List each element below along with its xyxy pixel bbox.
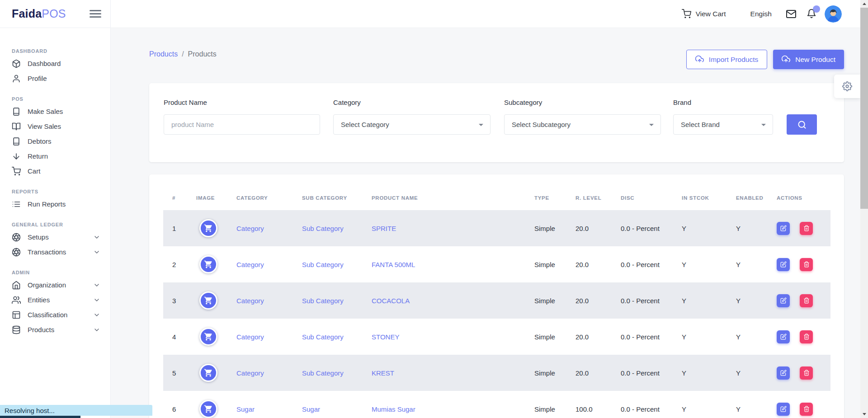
list-icon bbox=[12, 200, 21, 209]
sidebar-section: ADMIN Organization Entit bbox=[0, 267, 110, 337]
category-link[interactable]: Category bbox=[228, 369, 294, 377]
enabled-cell: Y bbox=[728, 369, 769, 377]
trash-icon bbox=[803, 261, 810, 268]
sidebar-item[interactable]: Setups bbox=[0, 230, 110, 244]
edit-button[interactable] bbox=[777, 366, 790, 380]
subcategory-link[interactable]: Sub Category bbox=[294, 369, 362, 377]
users-icon bbox=[12, 296, 21, 305]
subcategory-select[interactable]: Select Subcategory bbox=[504, 114, 661, 135]
edit-button[interactable] bbox=[777, 294, 790, 307]
sidebar-item-label: Make Sales bbox=[28, 108, 63, 115]
delete-button[interactable] bbox=[800, 403, 813, 416]
chevron-down-icon bbox=[93, 249, 100, 256]
sidebar-item[interactable]: Dashboard bbox=[0, 56, 110, 71]
category-link[interactable]: Category bbox=[228, 225, 294, 232]
subcategory-link[interactable]: Sugar bbox=[294, 405, 362, 413]
chevron-down-icon bbox=[93, 311, 100, 319]
row-number: 3 bbox=[163, 297, 188, 305]
language-selector[interactable]: Engish bbox=[750, 10, 772, 18]
settings-flyout-button[interactable] bbox=[834, 75, 860, 98]
row-number: 4 bbox=[163, 333, 188, 341]
products-table-card: # IMAGE CATEGORY SUB CATEGORY PRODUCT NA… bbox=[149, 174, 844, 418]
sidebar-item[interactable]: Cart bbox=[0, 164, 110, 178]
app-logo[interactable]: FaidaPOS bbox=[12, 7, 66, 20]
page-scrollbar[interactable] bbox=[860, 0, 868, 418]
search-icon bbox=[797, 120, 807, 129]
subcategory-link[interactable]: Sub Category bbox=[294, 261, 362, 268]
category-link[interactable]: Category bbox=[228, 261, 294, 268]
subcategory-link[interactable]: Sub Category bbox=[294, 297, 362, 305]
subcategory-link[interactable]: Sub Category bbox=[294, 333, 362, 341]
instock-cell: Y bbox=[674, 297, 728, 305]
new-product-button[interactable]: New Product bbox=[773, 50, 844, 69]
sidebar-item[interactable]: Make Sales bbox=[0, 104, 110, 119]
filter-panel: Product Name Category Select Category Su… bbox=[149, 83, 844, 162]
product-name-link[interactable]: Mumias Sugar bbox=[362, 405, 524, 413]
cart-badge-icon bbox=[204, 332, 213, 341]
view-cart-button[interactable]: View Cart bbox=[682, 9, 726, 19]
sidebar-item[interactable]: View Sales bbox=[0, 119, 110, 134]
user-avatar-icon[interactable] bbox=[825, 5, 842, 23]
mail-icon[interactable] bbox=[786, 9, 797, 19]
edit-button[interactable] bbox=[777, 330, 790, 343]
type-cell: Simple bbox=[524, 333, 567, 341]
notifications-button[interactable] bbox=[807, 9, 817, 19]
edit-button[interactable] bbox=[777, 222, 790, 235]
product-name-input[interactable] bbox=[164, 114, 320, 135]
edit-button[interactable] bbox=[777, 258, 790, 271]
sidebar-item[interactable]: Organization bbox=[0, 277, 110, 292]
category-link[interactable]: Category bbox=[228, 297, 294, 305]
tablet-icon bbox=[12, 107, 21, 116]
product-name-link[interactable]: KREST bbox=[362, 369, 524, 377]
delete-button[interactable] bbox=[800, 330, 813, 343]
subcategory-link[interactable]: Sub Category bbox=[294, 225, 362, 232]
cart-badge-icon bbox=[204, 296, 213, 305]
category-select[interactable]: Select Category bbox=[333, 114, 491, 135]
header-category: CATEGORY bbox=[228, 195, 294, 201]
product-name-link[interactable]: COCACOLA bbox=[362, 297, 524, 305]
category-link[interactable]: Category bbox=[228, 333, 294, 341]
edit-icon bbox=[780, 297, 787, 304]
product-image bbox=[199, 364, 217, 382]
sidebar-item[interactable]: Transactions bbox=[0, 244, 110, 259]
trash-icon bbox=[803, 225, 810, 231]
notification-badge bbox=[813, 5, 820, 13]
sidebar-item[interactable]: Return bbox=[0, 149, 110, 164]
sidebar-item[interactable]: Debtors bbox=[0, 134, 110, 149]
sidebar-item-label: Products bbox=[28, 326, 54, 333]
sidebar-item-label: Organization bbox=[28, 281, 66, 289]
sidebar-item[interactable]: Entities bbox=[0, 292, 110, 307]
type-cell: Simple bbox=[524, 225, 567, 232]
layout-icon bbox=[12, 310, 21, 319]
sidebar-section-label: DASHBOARD bbox=[0, 46, 110, 56]
delete-button[interactable] bbox=[800, 294, 813, 307]
sidebar-section: REPORTS Run Reports bbox=[0, 186, 110, 211]
scroll-up-arrow-icon[interactable] bbox=[860, 0, 868, 8]
breadcrumb-parent-link[interactable]: Products bbox=[149, 50, 178, 58]
hamburger-icon[interactable] bbox=[90, 8, 101, 19]
sidebar-section: DASHBOARD Dashboard Prof bbox=[0, 46, 110, 86]
disc-cell: 0.0 - Percent bbox=[613, 297, 674, 305]
rlevel-cell: 20.0 bbox=[567, 369, 613, 377]
sidebar-item[interactable]: Profile bbox=[0, 71, 110, 86]
scrollbar-thumb[interactable] bbox=[860, 8, 868, 209]
product-name-link[interactable]: FANTA 500ML bbox=[362, 261, 524, 268]
category-link[interactable]: Sugar bbox=[228, 405, 294, 413]
scroll-down-arrow-icon[interactable] bbox=[860, 410, 868, 418]
sidebar-section: GENERAL LEDGER Setups Tr bbox=[0, 219, 110, 259]
import-products-button[interactable]: Import Products bbox=[686, 50, 767, 69]
sidebar-item[interactable]: Classification bbox=[0, 307, 110, 322]
edit-button[interactable] bbox=[777, 403, 790, 416]
delete-button[interactable] bbox=[800, 258, 813, 271]
delete-button[interactable] bbox=[800, 366, 813, 380]
product-name-link[interactable]: SPRITE bbox=[362, 225, 524, 232]
product-name-link[interactable]: STONEY bbox=[362, 333, 524, 341]
sidebar-item[interactable]: Run Reports bbox=[0, 197, 110, 211]
search-button[interactable] bbox=[787, 114, 817, 135]
brand-select-value: Select Brand bbox=[681, 121, 720, 128]
sidebar-item[interactable]: Products bbox=[0, 322, 110, 337]
brand-select[interactable]: Select Brand bbox=[673, 114, 773, 135]
brand-label: Brand bbox=[673, 99, 691, 106]
subcategory-select-value: Select Subcategory bbox=[512, 121, 571, 128]
delete-button[interactable] bbox=[800, 222, 813, 235]
